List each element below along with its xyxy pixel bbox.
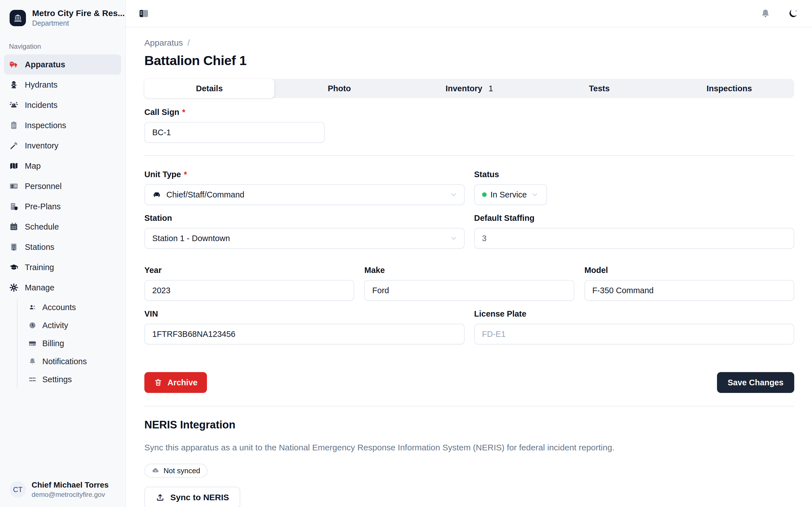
default-staffing-input[interactable]: [474, 228, 795, 249]
hydrant-icon: [9, 80, 18, 90]
trash-icon: [154, 378, 162, 387]
sidebar-item-settings[interactable]: Settings: [28, 371, 121, 388]
building-shield-icon: [9, 202, 18, 211]
neris-sync-status-badge: Not synced: [144, 464, 207, 478]
save-changes-button[interactable]: Save Changes: [717, 372, 794, 393]
divider: [144, 155, 794, 156]
sidebar-item-inventory[interactable]: Inventory: [4, 135, 121, 156]
sidebar-item-pre-plans[interactable]: Pre-Plans: [4, 196, 121, 217]
building-icon: [9, 242, 18, 252]
vin-label: VIN: [144, 309, 465, 319]
sidebar-toggle-button[interactable]: [137, 6, 151, 21]
notifications-button[interactable]: [758, 6, 772, 20]
breadcrumb-apparatus-link[interactable]: Apparatus: [144, 38, 183, 48]
sidebar-item-schedule[interactable]: Schedule: [4, 217, 121, 237]
tab-photo[interactable]: Photo: [274, 79, 404, 98]
neris-section: NERIS Integration Sync this apparatus as…: [144, 419, 794, 507]
fire-truck-icon: [9, 60, 18, 69]
call-sign-label: Call Sign*: [144, 108, 794, 117]
tab-tests[interactable]: Tests: [534, 79, 664, 98]
graduation-cap-icon: [9, 263, 18, 272]
call-sign-input[interactable]: [144, 122, 325, 143]
sidebar-item-billing[interactable]: Billing: [28, 334, 121, 352]
sidebar-item-stations[interactable]: Stations: [4, 237, 121, 257]
landmark-icon: [10, 10, 26, 26]
sidebar-item-activity[interactable]: Activity: [28, 316, 121, 334]
model-input[interactable]: [585, 280, 794, 301]
station-select[interactable]: Station 1 - Downtown: [144, 228, 465, 249]
tab-inspections[interactable]: Inspections: [664, 79, 794, 98]
station-value: Station 1 - Downtown: [152, 234, 444, 243]
status-dot: [482, 192, 487, 197]
sidebar-item-label: Training: [25, 263, 54, 272]
nav-section-label: Navigation: [0, 30, 125, 54]
upload-icon: [156, 493, 165, 502]
siren-icon: [9, 100, 18, 110]
tab-details[interactable]: Details: [144, 79, 274, 98]
neris-description: Sync this apparatus as a unit to the Nat…: [144, 443, 794, 452]
sidebar-item-label: Schedule: [25, 222, 59, 231]
chevron-down-icon: [449, 234, 458, 242]
user-email: demo@metrocityfire.gov: [32, 491, 109, 499]
dark-mode-toggle[interactable]: [786, 6, 800, 20]
sidebar-item-incidents[interactable]: Incidents: [4, 95, 121, 115]
sidebar-item-training[interactable]: Training: [4, 257, 121, 277]
sidebar-item-label: Inspections: [25, 121, 66, 130]
user-name: Chief Michael Torres: [32, 481, 109, 490]
sidebar-nav: Apparatus Hydrants Incidents Inspections: [0, 54, 125, 388]
panel-left-icon: [138, 8, 149, 19]
required-marker: *: [182, 108, 185, 117]
sidebar-item-notifications[interactable]: Notifications: [28, 352, 121, 371]
sidebar-item-accounts[interactable]: Accounts: [28, 298, 121, 316]
users-icon: [28, 303, 37, 312]
sidebar-item-manage[interactable]: Manage: [4, 277, 121, 298]
sidebar-item-hydrants[interactable]: Hydrants: [4, 75, 121, 95]
sidebar-item-label: Billing: [42, 339, 64, 348]
sidebar-item-label: Manage: [25, 283, 54, 292]
sync-to-neris-button[interactable]: Sync to NERIS: [144, 487, 240, 507]
manage-submenu: Accounts Activity Billing Notifications: [17, 298, 121, 388]
neris-title: NERIS Integration: [144, 419, 794, 431]
breadcrumb: Apparatus /: [144, 38, 794, 48]
sidebar-item-map[interactable]: Map: [4, 156, 121, 176]
sidebar-item-personnel[interactable]: Personnel: [4, 176, 121, 196]
sliders-icon: [28, 375, 37, 384]
clipboard-icon: [9, 121, 18, 130]
cloud-icon: [152, 467, 160, 474]
sidebar-item-label: Pre-Plans: [25, 202, 61, 211]
sidebar-item-label: Map: [25, 161, 41, 171]
make-input[interactable]: [364, 280, 574, 301]
station-label: Station: [144, 214, 465, 223]
sidebar-item-label: Activity: [42, 321, 68, 330]
main-area: Apparatus / Battalion Chief 1 Details Ph…: [126, 0, 812, 507]
user-menu[interactable]: CT Chief Michael Torres demo@metrocityfi…: [0, 473, 125, 507]
avatar: CT: [10, 482, 26, 498]
vin-input[interactable]: [144, 324, 465, 344]
make-label: Make: [364, 266, 574, 275]
content: Apparatus / Battalion Chief 1 Details Ph…: [126, 27, 812, 507]
unit-type-value: Chief/Staff/Command: [166, 190, 444, 200]
org-brand[interactable]: Metro City Fire & Res... Department: [0, 0, 125, 30]
sidebar-item-label: Accounts: [42, 303, 76, 312]
unit-type-select[interactable]: Chief/Staff/Command: [144, 184, 465, 205]
license-plate-input[interactable]: [474, 324, 795, 344]
moon-icon: [788, 8, 799, 19]
breadcrumb-separator: /: [188, 38, 190, 48]
sidebar-item-label: Stations: [25, 242, 54, 252]
org-name: Metro City Fire & Res...: [32, 8, 117, 18]
sidebar-item-apparatus[interactable]: Apparatus: [4, 54, 121, 75]
topbar: [126, 0, 812, 27]
status-select[interactable]: In Service: [474, 184, 547, 205]
sidebar-item-inspections[interactable]: Inspections: [4, 115, 121, 135]
default-staffing-label: Default Staffing: [474, 214, 795, 223]
sidebar-item-label: Hydrants: [25, 80, 57, 90]
sidebar-item-label: Incidents: [25, 101, 57, 110]
archive-button[interactable]: Archive: [144, 372, 207, 393]
tab-inventory[interactable]: Inventory 1: [404, 79, 534, 98]
sidebar-item-label: Apparatus: [25, 60, 65, 69]
axe-icon: [9, 141, 18, 151]
org-type: Department: [32, 19, 117, 27]
year-input[interactable]: [144, 280, 354, 301]
status-label: Status: [474, 170, 795, 179]
bell-icon: [760, 8, 771, 19]
